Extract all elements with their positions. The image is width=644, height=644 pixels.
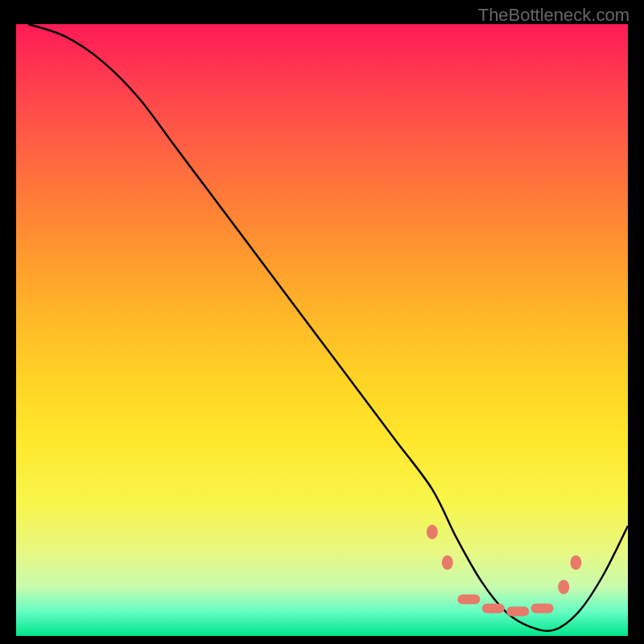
marker-dot (442, 555, 453, 570)
marker-dot (427, 525, 438, 539)
marker-dot (570, 555, 581, 570)
curve-svg (16, 24, 628, 636)
markers-group (427, 525, 582, 617)
watermark-text: TheBottleneck.com (478, 5, 630, 26)
marker-pill (506, 607, 529, 617)
marker-pill (457, 594, 480, 604)
chart-container (16, 24, 628, 636)
bottleneck-curve (28, 24, 628, 631)
marker-dot (558, 580, 569, 594)
marker-pill (531, 604, 554, 613)
marker-pill (482, 604, 505, 613)
